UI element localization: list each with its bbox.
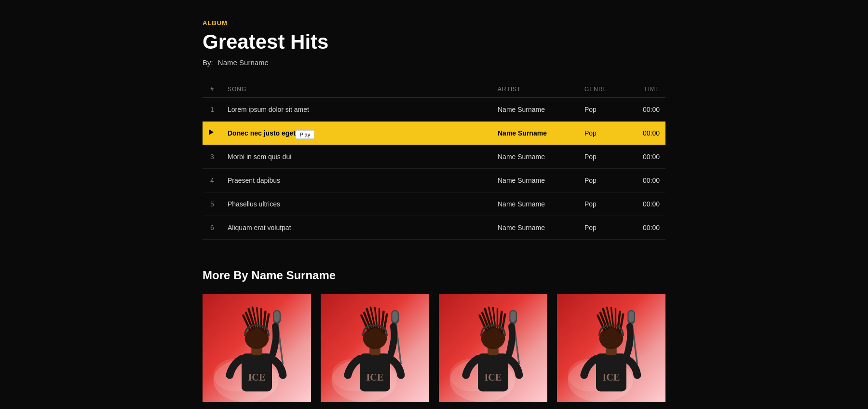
- album-by-name: Name Surname: [218, 58, 269, 67]
- time-value: 00:00: [643, 153, 660, 161]
- album-card[interactable]: ICE: [439, 294, 547, 402]
- song-name: Aliquam erat volutpat: [228, 224, 291, 232]
- genre-name: Pop: [584, 129, 597, 137]
- table-row[interactable]: 1Lorem ipsum dolor sit ametName SurnameP…: [203, 98, 665, 122]
- genre-name: Pop: [584, 224, 597, 232]
- svg-text:ICE: ICE: [366, 372, 383, 382]
- track-artist-cell: Name Surname: [492, 145, 579, 169]
- svg-rect-17: [274, 311, 280, 322]
- genre-name: Pop: [584, 106, 597, 113]
- header-time: TIME: [627, 81, 665, 98]
- track-num-cell: 4: [203, 169, 222, 192]
- album-by: By: Name Surname: [203, 58, 665, 67]
- track-genre-cell: Pop: [579, 192, 627, 216]
- album-by-prefix: By:: [203, 58, 213, 67]
- track-table: # SONG ARTIST GENRE TIME 1Lorem ipsum do…: [203, 81, 665, 240]
- svg-rect-35: [393, 311, 398, 322]
- track-time-cell: 00:00: [627, 145, 665, 169]
- track-song-cell[interactable]: Donec nec justo egetPlay: [222, 122, 492, 145]
- album-card[interactable]: ICE: [557, 294, 665, 402]
- header-song: SONG: [222, 81, 492, 98]
- artist-name: Name Surname: [498, 129, 547, 137]
- track-genre-cell: Pop: [579, 122, 627, 145]
- album-grid: ICE: [203, 294, 665, 402]
- artist-name: Name Surname: [498, 224, 545, 232]
- track-num-cell: 3: [203, 145, 222, 169]
- track-artist-cell: Name Surname: [492, 169, 579, 192]
- play-tooltip[interactable]: Play: [296, 130, 314, 139]
- song-name: Donec nec justo eget: [228, 129, 296, 137]
- track-num-cell: [203, 122, 222, 143]
- genre-name: Pop: [584, 200, 597, 208]
- track-time-cell: 00:00: [627, 169, 665, 192]
- album-card[interactable]: ICE: [321, 294, 429, 402]
- album-card[interactable]: ICE: [203, 294, 311, 402]
- album-card-image: ICE: [203, 294, 311, 402]
- artist-name: Name Surname: [498, 177, 545, 184]
- album-header: ALBUM Greatest Hits By: Name Surname: [203, 19, 665, 67]
- artist-name: Name Surname: [498, 106, 545, 113]
- album-card-image: ICE: [557, 294, 665, 402]
- time-value: 00:00: [643, 106, 660, 113]
- track-genre-cell: Pop: [579, 216, 627, 240]
- track-num-cell: 5: [203, 192, 222, 216]
- table-row[interactable]: Donec nec justo egetPlayName SurnamePop0…: [203, 122, 665, 145]
- svg-rect-53: [511, 311, 516, 322]
- artist-name: Name Surname: [498, 200, 545, 208]
- track-num-cell: 6: [203, 216, 222, 240]
- time-value: 00:00: [643, 200, 660, 208]
- track-time-cell: 00:00: [627, 122, 665, 145]
- svg-text:ICE: ICE: [248, 372, 265, 382]
- time-value: 00:00: [643, 224, 660, 232]
- song-name: Phasellus ultrices: [228, 200, 280, 208]
- time-value: 00:00: [643, 177, 660, 184]
- more-by-section: More By Name Surname: [203, 269, 665, 402]
- track-artist-cell: Name Surname: [492, 122, 579, 145]
- track-song-cell[interactable]: Lorem ipsum dolor sit amet: [222, 98, 492, 122]
- album-title: Greatest Hits: [203, 30, 665, 54]
- header-genre: GENRE: [579, 81, 627, 98]
- album-card-image: ICE: [321, 294, 429, 402]
- song-name: Lorem ipsum dolor sit amet: [228, 106, 309, 113]
- track-song-cell[interactable]: Morbi in sem quis dui: [222, 145, 492, 169]
- song-name: Praesent dapibus: [228, 177, 280, 184]
- header-num: #: [203, 81, 222, 98]
- track-artist-cell: Name Surname: [492, 192, 579, 216]
- album-label: ALBUM: [203, 19, 665, 27]
- album-card-image: ICE: [439, 294, 547, 402]
- song-name: Morbi in sem quis dui: [228, 153, 291, 161]
- track-time-cell: 00:00: [627, 98, 665, 122]
- track-genre-cell: Pop: [579, 169, 627, 192]
- track-artist-cell: Name Surname: [492, 216, 579, 240]
- track-song-cell[interactable]: Praesent dapibus: [222, 169, 492, 192]
- track-time-cell: 00:00: [627, 192, 665, 216]
- track-genre-cell: Pop: [579, 98, 627, 122]
- svg-rect-71: [629, 311, 634, 322]
- track-num-cell: 1: [203, 98, 222, 122]
- track-artist-cell: Name Surname: [492, 98, 579, 122]
- genre-name: Pop: [584, 153, 597, 161]
- track-time-cell: 00:00: [627, 216, 665, 240]
- genre-name: Pop: [584, 177, 597, 184]
- header-artist: ARTIST: [492, 81, 579, 98]
- table-row[interactable]: 4Praesent dapibusName SurnamePop00:00: [203, 169, 665, 192]
- track-song-cell[interactable]: Phasellus ultrices: [222, 192, 492, 216]
- active-num-wrapper: [209, 129, 216, 135]
- artist-name: Name Surname: [498, 153, 545, 161]
- page-container: ALBUM Greatest Hits By: Name Surname # S…: [193, 0, 675, 409]
- svg-text:ICE: ICE: [484, 372, 502, 382]
- svg-text:ICE: ICE: [602, 372, 620, 382]
- track-song-cell[interactable]: Aliquam erat volutpat: [222, 216, 492, 240]
- time-value: 00:00: [643, 129, 660, 137]
- play-icon: [209, 129, 214, 135]
- more-by-title: More By Name Surname: [203, 269, 665, 282]
- table-row[interactable]: 3Morbi in sem quis duiName SurnamePop00:…: [203, 145, 665, 169]
- table-row[interactable]: 6Aliquam erat volutpatName SurnamePop00:…: [203, 216, 665, 240]
- track-genre-cell: Pop: [579, 145, 627, 169]
- table-row[interactable]: 5Phasellus ultricesName SurnamePop00:00: [203, 192, 665, 216]
- table-header-row: # SONG ARTIST GENRE TIME: [203, 81, 665, 98]
